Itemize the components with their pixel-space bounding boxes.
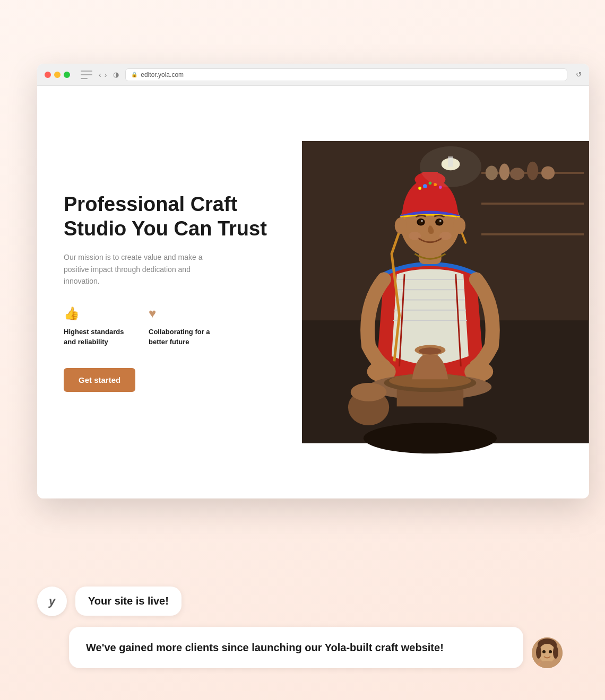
close-button[interactable] — [45, 72, 51, 78]
svg-point-30 — [437, 220, 442, 225]
thumbs-up-icon: 👍 — [64, 306, 127, 321]
svg-point-9 — [510, 168, 524, 180]
chat-section: y Your site is live! We've gained more c… — [37, 587, 563, 668]
browser-toolbar: ‹ › ◑ 🔒 editor.yola.com ↺ — [37, 64, 589, 86]
sidebar-toggle-icon[interactable] — [81, 71, 92, 79]
browser-window: ‹ › ◑ 🔒 editor.yola.com ↺ Professional C… — [37, 64, 589, 498]
chat-message-2: We've gained more clients since launchin… — [69, 627, 563, 668]
chat-bubble-2: We've gained more clients since launchin… — [69, 627, 523, 668]
features-row: 👍 Highest standards and reliability ♥ Co… — [64, 306, 275, 346]
feature-1-label: Highest standards and reliability — [64, 327, 127, 346]
hero-title: Professional Craft Studio You Can Trust — [64, 192, 275, 241]
svg-point-33 — [409, 232, 421, 240]
feature-1: 👍 Highest standards and reliability — [64, 306, 127, 346]
reload-icon[interactable]: ↺ — [576, 71, 582, 78]
svg-point-8 — [499, 164, 509, 180]
lock-icon: 🔒 — [131, 72, 137, 77]
svg-point-34 — [439, 232, 452, 240]
svg-point-53 — [553, 646, 558, 659]
chat-message-1: y Your site is live! — [37, 587, 563, 616]
chat-bubble-1: Your site is live! — [75, 587, 182, 616]
hero-description: Our mission is to create value and make … — [64, 251, 212, 287]
get-started-button[interactable]: Get started — [64, 368, 135, 392]
nav-arrows: ‹ › — [99, 71, 107, 78]
minimize-button[interactable] — [54, 72, 60, 78]
svg-point-29 — [418, 220, 424, 225]
back-arrow[interactable]: ‹ — [99, 71, 101, 78]
yola-logo: y — [37, 587, 67, 616]
svg-point-52 — [536, 646, 541, 659]
svg-point-32 — [439, 220, 442, 222]
svg-point-46 — [351, 383, 387, 401]
svg-rect-5 — [481, 203, 584, 205]
forward-arrow[interactable]: › — [105, 71, 107, 78]
svg-point-25 — [418, 187, 421, 190]
svg-point-47 — [420, 146, 481, 187]
svg-point-44 — [419, 347, 441, 355]
svg-point-31 — [421, 220, 423, 222]
svg-point-55 — [549, 650, 552, 653]
hero-right-panel — [302, 86, 589, 498]
hero-left-panel: Professional Craft Studio You Can Trust … — [37, 86, 302, 498]
user-avatar — [532, 637, 563, 668]
svg-point-11 — [541, 166, 555, 179]
feature-2-label: Collaborating for a better future — [149, 327, 212, 346]
brightness-icon: ◑ — [113, 71, 119, 78]
svg-point-22 — [423, 184, 427, 188]
svg-point-7 — [486, 165, 498, 180]
svg-point-35 — [395, 217, 407, 234]
svg-point-10 — [527, 162, 538, 180]
svg-rect-6 — [481, 233, 584, 235]
svg-point-36 — [453, 217, 465, 234]
svg-point-12 — [364, 423, 497, 453]
maximize-button[interactable] — [64, 72, 70, 78]
svg-point-54 — [542, 650, 546, 653]
avatar-image — [532, 637, 563, 668]
craft-image — [302, 86, 589, 498]
website-content: Professional Craft Studio You Can Trust … — [37, 86, 589, 498]
address-bar[interactable]: 🔒 editor.yola.com — [125, 68, 567, 81]
heart-icon: ♥ — [149, 306, 212, 321]
url-text: editor.yola.com — [141, 71, 184, 78]
traffic-lights — [45, 72, 70, 78]
feature-2: ♥ Collaborating for a better future — [149, 306, 212, 346]
